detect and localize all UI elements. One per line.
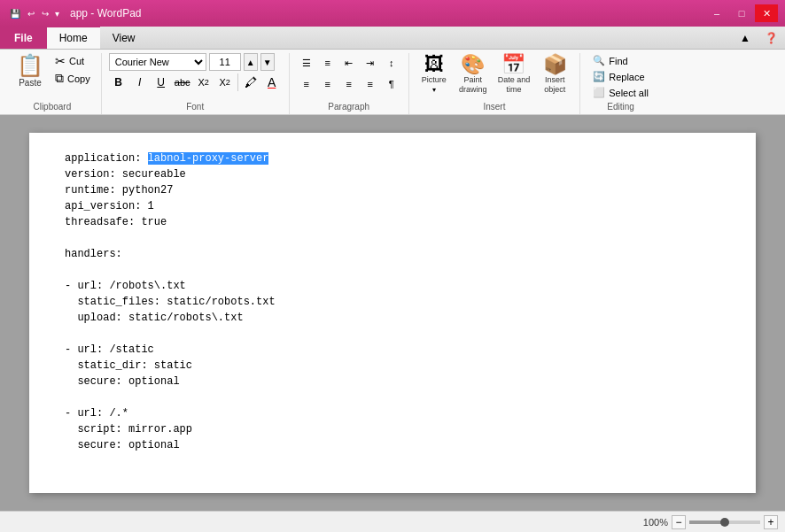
paste-icon: 📋 [17,55,43,76]
paragraph-row2: ≡ ≡ ≡ ≡ ¶ [297,74,401,94]
replace-button[interactable]: 🔄 Replace [587,69,654,84]
zoom-thumb[interactable] [720,518,729,527]
paragraph-label: Paragraph [328,102,369,114]
font-size-decrease-button[interactable]: ▼ [260,53,275,71]
picture-label: Picture [422,75,447,85]
picture-dropdown-icon: ▾ [432,86,436,94]
document-line: runtime: python27 [65,182,720,198]
zoom-in-button[interactable]: + [764,515,778,529]
quick-undo-button[interactable]: ↩ [25,7,37,20]
font-size-increase-button[interactable]: ▲ [244,53,258,71]
bold-button[interactable]: B [109,73,128,92]
replace-label: Replace [609,72,644,82]
paragraph-group-content: ☰ ≡ ⇤ ⇥ ↕ ≡ ≡ ≡ ≡ ¶ [297,53,401,100]
tab-home[interactable]: Home [47,26,100,49]
text-color-button[interactable]: A [262,73,282,92]
document-line [65,326,720,342]
zoom-out-button[interactable]: − [672,515,686,529]
indent-decrease-button[interactable]: ⇤ [339,53,359,73]
font-name-row: Courier New ▲ ▼ [109,53,282,71]
document-line [65,262,720,278]
find-label: Find [609,56,627,66]
ribbon-content: 📋 Paste ✂ Cut ⧉ Copy Clipboar [0,50,785,114]
cut-icon: ✂ [55,54,66,68]
help-button[interactable]: ❓ [758,27,785,49]
font-controls: Courier New ▲ ▼ B I U abc X2 X2 [109,53,282,92]
insert-group: 🖼 Picture ▾ 🎨 Paintdrawing 📅 Date andtim… [409,53,581,114]
document-line: static_files: static/robots.txt [65,294,720,310]
document-content[interactable]: application: labnol-proxy-serverversion:… [65,150,720,453]
ribbon-tabs: File Home View ▲ ❓ [0,27,785,50]
select-all-icon: ⬜ [593,87,605,98]
ribbon-minimize-button[interactable]: ▲ [733,27,758,49]
font-group-content: Courier New ▲ ▼ B I U abc X2 X2 [109,53,282,100]
highlighted-text: labnol-proxy-server [148,152,269,165]
document-line: - url: /static [65,342,720,358]
tab-view[interactable]: View [100,27,148,49]
bullets-button[interactable]: ☰ [297,53,316,73]
line-spacing-button[interactable]: ↕ [382,53,401,73]
quick-access-separator: ▾ [55,9,59,19]
align-left-button[interactable]: ≡ [297,74,316,94]
font-group-label: Font [186,102,204,114]
strikethrough-button[interactable]: abc [173,73,192,92]
fmt-separator [237,73,238,91]
zoom-level: 100% [643,517,668,528]
title-bar: 💾 ↩ ↪ ▾ app - WordPad – □ ✕ [0,0,785,27]
font-size-input[interactable] [209,53,241,71]
datetime-label: Date andtime [498,75,531,95]
document-area: application: labnol-proxy-serverversion:… [0,115,785,511]
app-window: 💾 ↩ ↪ ▾ app - WordPad – □ ✕ File Home Vi… [0,0,785,532]
paint-icon: 🎨 [461,55,485,74]
paste-button[interactable]: 📋 Paste [11,53,50,89]
document-line [65,230,720,246]
insert-picture-button[interactable]: 🖼 Picture ▾ [416,53,452,96]
paragraph-row1: ☰ ≡ ⇤ ⇥ ↕ [297,53,401,73]
document-line: secure: optional [65,374,720,389]
underline-button[interactable]: U [152,73,171,92]
document-page[interactable]: application: labnol-proxy-serverversion:… [29,133,756,493]
cut-button[interactable]: ✂ Cut [51,53,94,69]
cut-label: Cut [69,56,84,66]
clipboard-small-buttons: ✂ Cut ⧉ Copy [51,53,94,87]
document-line: script: mirror.app [65,421,720,437]
copy-icon: ⧉ [55,71,64,86]
replace-icon: 🔄 [593,71,605,82]
document-line: application: labnol-proxy-server [65,150,720,166]
font-name-select[interactable]: Courier New [109,53,206,71]
editing-group-content: 🔍 Find 🔄 Replace ⬜ Select all [587,53,654,100]
highlight-button[interactable]: 🖍 [241,73,260,92]
tab-file[interactable]: File [0,27,47,49]
minimize-button[interactable]: – [705,4,728,22]
align-justify-button[interactable]: ≡ [361,74,380,94]
quick-redo-button[interactable]: ↪ [39,7,51,20]
copy-button[interactable]: ⧉ Copy [51,70,94,87]
document-line: static_dir: static [65,358,720,374]
zoom-slider[interactable] [689,520,760,524]
indent-increase-button[interactable]: ⇥ [361,53,380,73]
italic-button[interactable]: I [130,73,150,92]
align-right-button[interactable]: ≡ [339,74,359,94]
insert-object-button[interactable]: 📦 Insertobject [537,53,572,96]
find-button[interactable]: 🔍 Find [587,53,654,68]
datetime-icon: 📅 [501,55,525,74]
insert-datetime-button[interactable]: 📅 Date andtime [494,53,534,96]
numbering-button[interactable]: ≡ [318,53,338,73]
find-icon: 🔍 [593,55,605,66]
maximize-button[interactable]: □ [730,4,753,22]
superscript-button[interactable]: X2 [215,73,235,92]
document-line: - url: /robots\.txt [65,278,720,294]
insert-paint-button[interactable]: 🎨 Paintdrawing [455,53,491,96]
editing-label: Editing [607,102,634,114]
close-button[interactable]: ✕ [755,4,778,22]
title-bar-left: 💾 ↩ ↪ ▾ app - WordPad [7,7,142,20]
align-center-button[interactable]: ≡ [318,74,338,94]
paragraph-mark-button[interactable]: ¶ [382,74,401,94]
select-all-button[interactable]: ⬜ Select all [587,85,654,100]
subscript-button[interactable]: X2 [194,73,214,92]
quick-save-button[interactable]: 💾 [7,7,23,20]
insert-group-content: 🖼 Picture ▾ 🎨 Paintdrawing 📅 Date andtim… [416,53,573,100]
clipboard-label: Clipboard [33,102,71,114]
formatting-row: B I U abc X2 X2 🖍 A [109,73,282,92]
document-line: handlers: [65,246,720,262]
